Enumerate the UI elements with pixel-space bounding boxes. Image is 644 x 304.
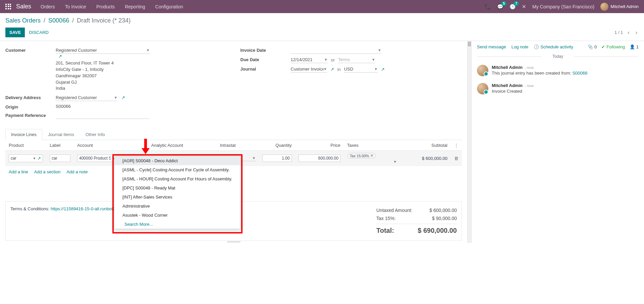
label-cell[interactable]: car <box>50 155 70 162</box>
chatter-message: Mitchell Admin- now Invoice Created <box>477 80 639 98</box>
nav-right: 📞 💬5 🕓7 ✕ My Company (San Francisco) Mit… <box>485 3 639 11</box>
delivery-input[interactable] <box>56 95 112 100</box>
th-account[interactable]: Account <box>74 140 148 151</box>
chevron-down-icon[interactable]: ▼ <box>378 48 381 52</box>
add-line-link[interactable]: Add a line <box>9 169 28 174</box>
messages-icon[interactable]: 💬5 <box>497 4 503 10</box>
th-label[interactable]: Label <box>46 140 74 151</box>
terms-field[interactable]: Terms▼ <box>338 56 375 63</box>
customer-label: Customer <box>5 47 56 53</box>
in-label: in <box>337 67 341 72</box>
due-date-label: Due Date <box>240 56 291 62</box>
due-date-field[interactable]: 12/14/2021▼ <box>291 56 328 63</box>
delivery-field[interactable]: ▼ <box>56 94 117 101</box>
chevron-down-icon[interactable]: ▼ <box>146 48 150 52</box>
nav-reporting[interactable]: Reporting <box>125 4 145 9</box>
chevron-down-icon[interactable]: ▼ <box>393 160 397 164</box>
chevron-down-icon[interactable]: ▼ <box>324 67 327 71</box>
app-brand[interactable]: Sales <box>16 3 31 10</box>
invoice-date-input[interactable] <box>291 48 376 53</box>
tab-invoice-lines[interactable]: Invoice Lines <box>5 129 42 140</box>
tax-remove-icon[interactable]: ✕ <box>370 154 373 158</box>
external-link-icon[interactable]: ↗ <box>330 67 334 72</box>
account-cell[interactable]: 400000 Product Sales▼ <box>77 155 117 162</box>
th-taxes[interactable]: Taxes <box>344 140 400 151</box>
drag-handle-icon[interactable] <box>5 241 462 243</box>
chevron-down-icon[interactable]: ▼ <box>374 67 378 71</box>
chevron-down-icon[interactable]: ▼ <box>33 157 36 160</box>
dropdown-search-more[interactable]: Search More... <box>114 220 240 229</box>
msg-text: Invoice Created <box>492 89 639 94</box>
breadcrumb-order[interactable]: S00066 <box>48 17 69 24</box>
activities-icon[interactable]: 🕓7 <box>509 4 516 10</box>
dropdown-item[interactable]: [ASML - HOUR] Costing Account For Hours … <box>114 174 240 183</box>
external-link-icon[interactable]: ↗ <box>37 156 41 161</box>
th-quantity[interactable]: Quantity <box>259 140 295 151</box>
untaxed-label: Untaxed Amount: <box>376 208 412 213</box>
followers-button[interactable]: 👤 1 <box>630 44 639 49</box>
price-cell[interactable]: 600,000.00 <box>299 155 340 162</box>
external-link-icon[interactable]: ↗ <box>58 54 62 59</box>
breadcrumb-sales-orders[interactable]: Sales Orders <box>5 17 41 24</box>
nav-to-invoice[interactable]: To Invoice <box>65 4 86 9</box>
payment-ref-input[interactable] <box>56 113 150 118</box>
form-scrollbar[interactable] <box>467 41 471 243</box>
tax-tag[interactable]: Tax 15.00%✕ <box>347 153 376 159</box>
dropdown-item[interactable]: [AGR] S00048 - Deco Addict <box>114 156 240 165</box>
th-subtotal[interactable]: Subtotal <box>400 140 451 151</box>
invoice-date-field[interactable]: ▼ <box>291 47 381 54</box>
currency-field[interactable]: USD▼ <box>344 66 378 73</box>
tax-label: Tax 15%: <box>376 216 396 221</box>
apps-icon[interactable] <box>5 4 11 10</box>
external-link-icon[interactable]: ↗ <box>381 67 385 72</box>
trash-icon[interactable]: 🗑 <box>454 156 459 161</box>
send-message-button[interactable]: Send message <box>477 44 506 49</box>
customer-field[interactable]: ▼ <box>56 47 150 54</box>
tab-journal-items[interactable]: Journal Items <box>42 129 80 140</box>
dropdown-item[interactable]: [INT] After-Sales Services <box>114 192 240 202</box>
th-price[interactable]: Price <box>295 140 344 151</box>
attachments-button[interactable]: 📎 0 <box>588 44 597 49</box>
quantity-cell[interactable]: 1.00 <box>262 155 292 162</box>
dropdown-item[interactable]: Asustek - Wood Corner <box>114 211 240 220</box>
product-cell[interactable]: car▼↗ <box>9 155 43 162</box>
external-link-icon[interactable]: ↗ <box>121 95 125 100</box>
total-value: $ 690,000.00 <box>418 227 457 234</box>
chevron-down-icon[interactable]: ▼ <box>252 156 256 160</box>
payment-ref-field[interactable] <box>56 112 150 119</box>
pager: 1 / 1 ‹ › <box>614 29 639 36</box>
customer-input[interactable] <box>56 48 144 53</box>
chevron-down-icon[interactable]: ▼ <box>114 96 117 99</box>
kebab-icon[interactable]: ⋮ <box>454 143 459 148</box>
avatar-icon <box>477 83 488 94</box>
add-note-link[interactable]: Add a note <box>67 169 88 174</box>
dropdown-item[interactable]: [DPC] S00049 - Ready Mat <box>114 183 240 192</box>
log-note-button[interactable]: Log note <box>512 44 529 49</box>
discard-button[interactable]: DISCARD <box>29 30 49 35</box>
pager-next-icon[interactable]: › <box>634 29 639 36</box>
form-right-col: Invoice Date ▼ Due Date 12/14/2021▼ or T… <box>240 47 462 122</box>
nav-products[interactable]: Products <box>96 4 115 9</box>
tab-other-info[interactable]: Other Info <box>80 129 111 140</box>
chevron-down-icon[interactable]: ▼ <box>372 58 375 61</box>
journal-field[interactable]: Customer Invoices▼ <box>291 66 327 73</box>
add-section-link[interactable]: Add a section <box>34 169 61 174</box>
user-menu[interactable]: Mitchell Admin <box>600 3 639 11</box>
th-product[interactable]: Product <box>5 140 46 151</box>
close-icon[interactable]: ✕ <box>522 4 526 10</box>
following-button[interactable]: ✔ Following <box>601 44 625 49</box>
phone-icon[interactable]: 📞 <box>485 4 491 10</box>
chevron-down-icon[interactable]: ▼ <box>324 58 328 61</box>
th-analytic[interactable]: Analytic Account <box>148 140 217 151</box>
pager-prev-icon[interactable]: ‹ <box>626 29 631 36</box>
th-intrastat[interactable]: Intrastat <box>217 140 259 151</box>
save-button[interactable]: SAVE <box>5 28 25 37</box>
user-name: Mitchell Admin <box>610 4 639 9</box>
nav-orders[interactable]: Orders <box>41 4 55 9</box>
msg-ref-link[interactable]: S00066 <box>573 71 588 76</box>
dropdown-item[interactable]: [ASML - Cycle] Costing Account For Cycle… <box>114 165 240 174</box>
nav-configuration[interactable]: Configuration <box>155 4 183 9</box>
schedule-activity-button[interactable]: 🕓Schedule activity <box>534 44 573 49</box>
company-switcher[interactable]: My Company (San Francisco) <box>532 4 594 9</box>
dropdown-item[interactable]: Administrative <box>114 202 240 211</box>
